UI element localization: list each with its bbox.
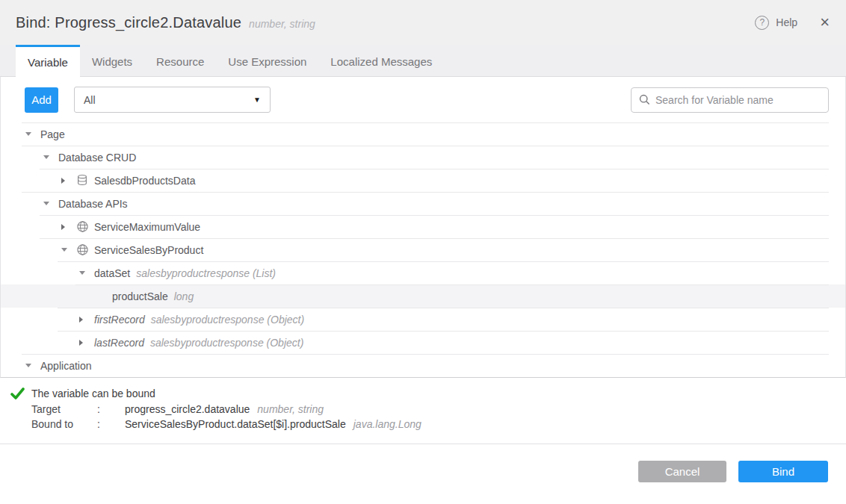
cancel-button[interactable]: Cancel [638,461,726,482]
tree-row-servicesalesbyproduct[interactable]: ServiceSalesByProduct [1,238,845,261]
filter-selected-value: All [84,94,96,106]
node-type: salesbyproductresponse (List) [136,267,276,279]
status-detail-bound-to: Bound to:ServiceSalesByProduct.dataSet[$… [31,417,846,432]
bind-button[interactable]: Bind [738,461,828,482]
tree-row-dataset[interactable]: dataSetsalesbyproductresponse (List) [1,261,845,284]
search-input[interactable] [655,94,821,106]
tree-row-salesdbproductsdata[interactable]: SalesdbProductsData [1,169,845,192]
help-label: Help [776,16,797,28]
caret-down-icon[interactable] [43,155,49,159]
tab-resource[interactable]: Resource [144,45,216,76]
node-label: Application [40,360,92,372]
detail-label: Target [31,402,97,417]
toolbar: Add All ▼ [1,77,845,122]
tree-row-servicemaximumvalue[interactable]: ServiceMaximumValue [1,215,845,238]
caret-down-icon[interactable] [43,202,49,205]
detail-value: progress_circle2.datavalue [125,402,250,417]
caret-right-icon[interactable] [79,317,83,323]
caret-down-icon[interactable] [25,364,31,367]
detail-separator: : [97,417,125,432]
status-detail-target: Target:progress_circle2.datavaluenumber,… [31,402,846,417]
search-box [631,87,829,113]
tab-bar: VariableWidgetsResourceUse ExpressionLoc… [0,45,846,77]
add-button[interactable]: Add [25,87,58,113]
node-label: lastRecord [94,337,144,349]
tree-row-application[interactable]: Application [1,354,845,377]
tree-row-lastrecord[interactable]: lastRecordsalesbyproductresponse (Object… [1,331,845,354]
caret-down-icon[interactable] [61,248,67,252]
help-button[interactable]: ? Help [755,16,797,30]
globe-icon [76,220,89,233]
node-label: productSale [112,290,168,302]
dialog-title: Bind: Progress_circle2.Datavalue [16,14,241,31]
node-label: Page [40,128,65,140]
tab-variable[interactable]: Variable [16,45,80,77]
bind-status-details: Target:progress_circle2.datavaluenumber,… [0,402,846,432]
variable-tree: PageDatabase CRUDSalesdbProductsDataData… [1,122,845,377]
node-label: SalesdbProductsData [94,175,195,187]
tree-row-firstrecord[interactable]: firstRecordsalesbyproductresponse (Objec… [1,308,845,331]
detail-value: ServiceSalesByProduct.dataSet[$i].produc… [125,417,346,432]
content-panel: Add All ▼ PageDatabase CRUDSalesdbProduc… [0,77,846,378]
detail-type: java.lang.Long [353,417,422,432]
caret-right-icon[interactable] [61,178,65,184]
node-label: ServiceMaximumValue [94,221,200,233]
caret-right-icon[interactable] [61,224,65,230]
search-icon [639,94,650,105]
help-question-icon: ? [755,16,769,30]
node-label: dataSet [94,267,130,279]
detail-type: number, string [257,402,324,417]
detail-separator: : [97,402,125,417]
tab-widgets[interactable]: Widgets [80,45,144,76]
dropdown-caret-icon: ▼ [253,96,261,104]
tab-localized-messages[interactable]: Localized Messages [318,45,444,76]
variable-filter-dropdown[interactable]: All ▼ [74,87,271,113]
node-type: salesbyproductresponse (Object) [151,314,304,326]
globe-icon [76,243,89,256]
success-check-icon [10,388,25,400]
bind-status-message: The variable can be bound [31,386,846,402]
dialog-subtitle: number, string [249,18,315,30]
tree-row-database-crud[interactable]: Database CRUD [1,146,845,169]
node-type: salesbyproductresponse (Object) [150,337,303,349]
detail-label: Bound to [31,417,97,432]
caret-down-icon[interactable] [25,132,31,136]
node-label: Database CRUD [58,152,136,164]
tab-use-expression[interactable]: Use Expression [216,45,318,76]
tree-row-database-apis[interactable]: Database APIs [1,192,845,215]
tree-row-page[interactable]: Page [1,122,845,146]
database-icon [76,174,89,187]
node-label: Database APIs [58,198,128,210]
dialog-footer: Cancel Bind [0,444,846,482]
dialog-header: Bind: Progress_circle2.Datavalue number,… [0,0,846,45]
node-label: firstRecord [94,314,145,326]
tree-row-productsale[interactable]: productSalelong [1,284,845,308]
bind-status-section: The variable can be bound Target:progres… [0,378,846,441]
node-type: long [174,290,194,302]
caret-right-icon[interactable] [79,340,83,346]
node-label: ServiceSalesByProduct [94,244,203,256]
close-icon[interactable]: × [820,16,830,29]
caret-down-icon[interactable] [79,271,85,275]
